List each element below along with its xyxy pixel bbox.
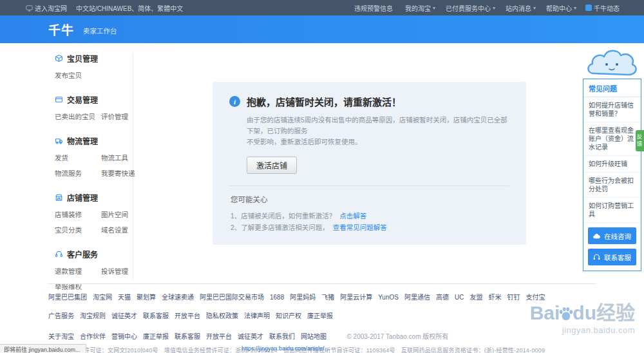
sidebar-section-header: 客户服务 (55, 249, 133, 260)
footer-link[interactable]: 飞猪 (321, 292, 334, 301)
sidebar-item[interactable]: 评价管理 (101, 111, 133, 121)
footer-link[interactable]: 开放平台 (206, 331, 232, 341)
sidebar-item[interactable]: 物流服务 (55, 168, 97, 178)
qianniu-news-link[interactable]: 千牛动态 (585, 3, 620, 13)
footer-link[interactable]: 廉正举报 (143, 331, 169, 341)
sidebar-item[interactable]: 发布宝贝 (55, 70, 97, 80)
topbar-menu-item[interactable]: 我的淘宝 ▾ (405, 3, 435, 13)
card-icon (55, 95, 63, 104)
faq-item[interactable]: 哪些行为会被扣分处罚 (583, 173, 641, 198)
sidebar-item[interactable]: 物流工具 (101, 153, 135, 162)
topbar-menu-label: 我的淘宝 (405, 3, 431, 13)
sidebar-section-trade: 交易管理 已卖出的宝贝评价管理 (55, 94, 133, 121)
footer-link[interactable]: 天猫 (118, 292, 131, 301)
topbar-menu-item[interactable]: 违规预警信息 (354, 3, 395, 13)
copyright-text: © 2003-2017 Taobao.com 版权所有 (346, 333, 448, 340)
sidebar-section-header: 宝贝管理 (55, 53, 133, 64)
topbar-menu-item[interactable]: 已付费服务中心 ▾ (446, 3, 495, 13)
topbar-menu-group: 违规预警信息 我的淘宝 ▾ 已付费服务中心 ▾ 站内消息 (354, 3, 576, 13)
footer-link[interactable]: 淘宝规则 (80, 310, 106, 320)
sidebar-section-shop: 店铺管理 店铺装修图片空间宝贝分类域名设置 (55, 192, 133, 234)
footer-about-row: 关于淘宝合作伙伴营销中心廉正举报联系客服开放平台诚征英才联系我们网站地图 © 2… (48, 330, 596, 341)
faq-panel-title: 常见问题 (583, 79, 641, 97)
footer-link[interactable]: 联系客服 (143, 310, 169, 320)
topbar-menu-item[interactable]: 站内消息 ▾ (506, 3, 536, 13)
concern-item-link[interactable]: 查看常见问题解答 (333, 224, 387, 231)
footer-link[interactable]: 关于淘宝 (48, 331, 74, 341)
contact-service-button[interactable]: 联系客服 (588, 249, 636, 265)
footer-link[interactable]: 高德 (436, 292, 449, 301)
language-switcher[interactable]: 中文站/CHINAWEB、简体、繁體中文 (76, 3, 183, 13)
footer-link[interactable]: 隐私权政策 (206, 310, 238, 320)
faq-item[interactable]: 如何订购营销工具 (583, 198, 641, 223)
footer-policy-row: 广告服务淘宝规则诚征英才联系客服开放平台隐私权政策法律声明知识产权廉正举报 (48, 309, 596, 321)
footer-link[interactable]: 联系客服 (175, 331, 200, 341)
topbar-right: 违规预警信息 我的淘宝 ▾ 已付费服务中心 ▾ 站内消息 (354, 3, 620, 13)
footer-link[interactable]: 聚划算 (137, 292, 156, 301)
faq-item[interactable]: 如何升级旺铺 (583, 156, 641, 173)
sidebar-item[interactable]: 店铺装修 (55, 209, 97, 219)
footer-link[interactable]: 营销中心 (111, 331, 137, 341)
chevron-down-icon: ▾ (533, 5, 536, 11)
contact-service-label: 联系客服 (604, 253, 631, 262)
footer-link[interactable]: 开放平台 (175, 310, 200, 320)
concern-item-text: 2、了解更多店铺激活相关问题， (231, 224, 329, 231)
footer-link[interactable]: 知识产权 (276, 310, 301, 320)
footer-link[interactable]: 阿里云计算 (340, 292, 372, 301)
footer-link[interactable]: 合作伙伴 (80, 331, 106, 341)
faq-item[interactable]: 在哪里查看现金账户（资金）流水记录 (583, 122, 641, 156)
footer-link[interactable]: 全球速卖通 (162, 292, 194, 301)
sidebar-item[interactable]: 域名设置 (101, 225, 133, 234)
headset-icon (592, 253, 601, 262)
footer-link[interactable]: 诚征英才 (111, 310, 137, 320)
sidebar-nav: 宝贝管理 发布宝贝 交易管理 已卖出的宝贝评价管理 物流管理 发货物流工具物流服… (42, 53, 133, 280)
online-consult-button[interactable]: 在线咨询 (588, 227, 636, 244)
footer-link[interactable]: 钉钉 (507, 292, 520, 301)
topbar-menu-label: 已付费服务中心 (446, 3, 491, 13)
faq-item[interactable]: 如何提升店铺信誉和销量？ (583, 97, 641, 122)
concern-item-link[interactable]: 点击解答 (339, 212, 366, 220)
footer-link[interactable]: 联系我们 (269, 331, 295, 341)
footer-link[interactable]: 廉正举报 (307, 310, 333, 320)
panel-divider (229, 186, 509, 186)
qianniu-logo[interactable]: 千牛 (48, 21, 74, 38)
footer-link[interactable]: 诚征英才 (238, 331, 263, 341)
concern-item: 1、店铺被关闭后，如何重新激活？点击解答 (231, 210, 509, 222)
taobao-home-link[interactable]: 进入淘宝网 (26, 3, 67, 13)
footer-link[interactable]: 淘宝网 (93, 292, 112, 301)
topbar-menu-item[interactable]: 帮助中心 ▾ (546, 3, 576, 13)
footer-link[interactable]: 阿里巴巴集团 (48, 292, 87, 301)
sidebar-section-header: 交易管理 (55, 94, 133, 105)
footer-link[interactable]: 1688 (270, 294, 284, 301)
status-url-text: https://jingyan.baidu.com/article/… (242, 345, 330, 352)
workbench-subtitle: 卖家工作台 (83, 26, 117, 35)
sidebar-item[interactable]: 已卖出的宝贝 (55, 111, 97, 121)
footer-link[interactable]: 广告服务 (48, 310, 74, 320)
footer-link[interactable]: 阿里通信 (404, 292, 430, 301)
footer-link[interactable]: 网站地图 (301, 331, 327, 341)
feedback-side-tab[interactable]: 反馈 (636, 130, 644, 151)
footer-link[interactable]: 阿里巴巴国际交易市场 (200, 292, 264, 301)
concern-title: 您可能关心 (231, 194, 509, 204)
activate-shop-button[interactable]: 激活店铺 (247, 157, 297, 174)
footer-link[interactable]: 法律声明 (244, 310, 270, 320)
footer-link[interactable]: UC (455, 294, 464, 301)
footer-link[interactable]: 虾米 (488, 292, 501, 301)
sidebar-item[interactable]: 投诉管理 (101, 266, 133, 276)
footer-link[interactable]: 阿里妈妈 (290, 292, 316, 301)
watermark-suffix: 经验 (596, 302, 635, 323)
headset-icon (55, 250, 63, 258)
sidebar-section-header: 店铺管理 (55, 192, 133, 203)
sidebar-item[interactable]: 我要寄快递 (101, 168, 135, 178)
chat-bubble-icon (585, 5, 592, 11)
sidebar-item[interactable]: 宝贝分类 (55, 225, 97, 234)
footer-link[interactable]: 友盟 (469, 292, 482, 301)
sidebar-item[interactable]: 发货 (55, 153, 97, 162)
sidebar-item[interactable]: 图片空间 (101, 209, 133, 219)
footer-link[interactable]: 支付宝 (526, 292, 545, 301)
sidebar-section-items: 店铺装修图片空间宝贝分类域名设置 (55, 209, 133, 234)
sidebar-item[interactable]: 退款管理 (55, 266, 97, 276)
browser-status-bar: 即将前往 jingyan.baidu.com... (0, 344, 86, 353)
sidebar-section-title: 宝贝管理 (67, 53, 98, 64)
footer-link[interactable]: YunOS (378, 294, 399, 301)
